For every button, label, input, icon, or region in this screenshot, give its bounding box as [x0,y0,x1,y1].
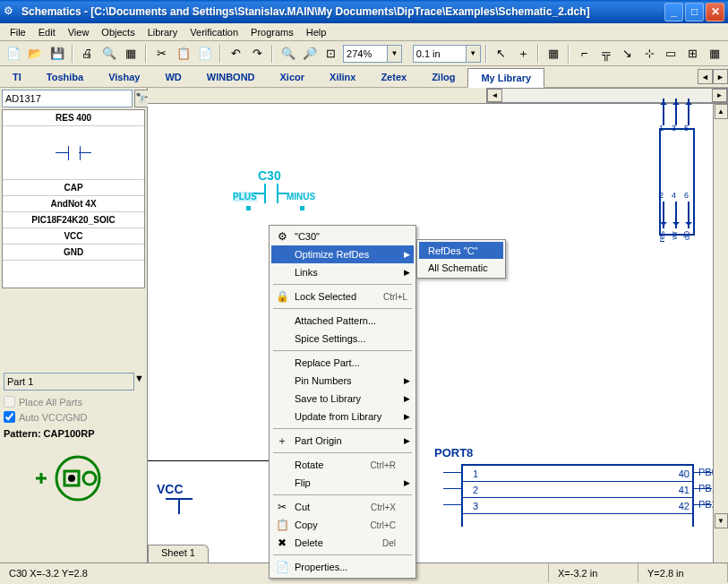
part-search-input[interactable] [2,90,133,107]
part-combo-input[interactable] [4,373,134,391]
part-combo-dropdown-icon[interactable]: ▼ [134,373,144,391]
menu-item-replace-part[interactable]: Replace Part... [271,354,414,372]
libtab-scroll-left-icon[interactable]: ◄ [698,69,713,84]
lib-tab-xilinx[interactable]: Xilinx [317,68,368,86]
zoom-combo[interactable]: ▼ [343,45,402,63]
wire-tool[interactable]: ⌐ [574,44,594,64]
port8-body[interactable]: 140 241 342 [461,464,694,527]
lib-tab-vishay[interactable]: Vishay [96,68,152,86]
part-row[interactable]: VCC [3,228,144,245]
menu-objects[interactable]: Objects [95,25,141,39]
zoom-dropdown-icon[interactable]: ▼ [388,45,402,63]
zoom-window-button[interactable]: ⊡ [321,44,341,64]
lib-tab-zilog[interactable]: Zilog [419,68,467,86]
print-button[interactable]: 🖨 [78,44,98,64]
title-bar: ⚙ Schematics - [C:\Documents and Setting… [0,0,728,23]
menu-item-flip[interactable]: Flip▶ [271,474,414,492]
menu-item-spice-settings[interactable]: Spice Settings... [271,330,414,348]
titleblock-button[interactable]: ▦ [121,44,141,64]
part-row[interactable]: CAP [3,180,144,196]
part-row[interactable]: PIC18F24K20_SOIC [3,212,144,228]
redo-button[interactable]: ↷ [247,44,267,64]
lib-tab-wd[interactable]: WD [152,68,193,86]
part-row[interactable] [3,126,144,180]
menu-item-part-origin[interactable]: ＋Part Origin▶ [271,432,414,450]
component-bot-arrows[interactable]: 2 4 6 res wr d0 [652,191,710,245]
lib-tab-my-library[interactable]: My Library [467,68,544,88]
menu-help[interactable]: Help [300,25,333,39]
junction-tool[interactable]: ⊹ [639,44,659,64]
grid-combo[interactable]: ▼ [413,45,481,63]
zoom-out-button[interactable]: 🔎 [300,44,320,64]
save-button[interactable]: 💾 [47,44,66,64]
lib-tab-winbond[interactable]: WINBOND [194,68,268,86]
menu-item-pin-numbers[interactable]: Pin Numbers▶ [271,372,414,390]
menu-item-rotate[interactable]: RotateCtrl+R [271,456,414,474]
origin-tool[interactable]: ＋ [513,44,533,64]
selection-handle[interactable] [246,206,251,210]
place-all-checkbox[interactable]: Place All Parts [4,394,143,409]
port-tool[interactable]: ▭ [661,44,681,64]
menu-item-attached-pattern[interactable]: Attached Pattern... [271,312,414,330]
menu-item-copy[interactable]: 📋CopyCtrl+C [271,516,414,534]
bus-tool[interactable]: ╦ [596,44,616,64]
open-button[interactable]: 📂 [25,44,45,64]
menu-library[interactable]: Library [141,25,184,39]
lib-tab-zetex[interactable]: Zetex [368,68,419,86]
menu-item-optimize-refdes[interactable]: Optimize RefDes▶ [271,245,414,263]
grid-input[interactable] [413,45,467,63]
hierarchy-tool[interactable]: ▦ [705,44,724,64]
scroll-down-icon[interactable]: ▼ [715,513,728,528]
lib-tab-ti[interactable]: TI [0,68,34,86]
part-row[interactable]: RES 400 [3,110,144,126]
sheet-tab[interactable]: Sheet 1 [148,545,209,563]
paste-button[interactable]: 📄 [195,44,215,64]
part-list[interactable]: RES 400CAPAndNot 4XPIC18F24K20_SOICVCCGN… [2,109,145,288]
scroll-right-icon[interactable]: ► [712,89,727,102]
preview-button[interactable]: 🔍 [99,44,119,64]
component-tool[interactable]: ⊞ [683,44,703,64]
selection-handle[interactable] [300,206,304,210]
vertical-scrollbar[interactable]: ▲ ▼ [713,104,728,563]
scroll-left-icon[interactable]: ◄ [487,89,502,102]
menu-view[interactable]: View [62,25,96,39]
refdes-port8[interactable]: PORT8 [434,446,473,459]
menu-item-cut[interactable]: ✂CutCtrl+X [271,498,414,516]
schematic-canvas[interactable]: ◄ ► C30 PLUS MINUS 1 3 5 2 4 6 [148,88,728,563]
zoom-in-button[interactable]: 🔍 [278,44,297,64]
cut-button[interactable]: ✂ [151,44,171,64]
lib-tab-toshiba[interactable]: Toshiba [34,68,96,86]
menu-programs[interactable]: Programs [244,25,300,39]
menu-item-links[interactable]: Links▶ [271,263,414,281]
undo-button[interactable]: ↶ [226,44,245,64]
close-button[interactable]: ✕ [706,3,724,21]
refdes-c30[interactable]: C30 [258,168,281,183]
refdes-vcc[interactable]: VCC [157,482,184,496]
menu-item-lock-selected[interactable]: 🔒Lock SelectedCtrl+L [271,288,414,305]
zoom-input[interactable] [343,45,388,63]
libtab-scroll-right-icon[interactable]: ► [713,69,728,84]
part-row[interactable]: GND [3,245,144,261]
menu-file[interactable]: File [4,25,32,39]
menu-separator [273,554,412,555]
new-button[interactable]: 📄 [4,44,23,64]
menu-verification[interactable]: Verification [184,25,244,39]
copy-button[interactable]: 📋 [174,44,193,64]
menu-item-save-to-library[interactable]: Save to Library▶ [271,390,414,408]
submenu-item-all-schematic[interactable]: All Schematic [419,259,503,276]
lib-tab-xicor[interactable]: Xicor [268,68,318,86]
menu-item-update-from-library[interactable]: Update from Library▶ [271,408,414,425]
minimize-button[interactable]: _ [664,3,683,21]
arrow-tool[interactable]: ↖ [492,44,511,64]
auto-vcc-checkbox[interactable]: Auto VCC/GND [4,409,143,425]
menu-item-properties[interactable]: 📄Properties... [271,558,414,576]
submenu-item-refdes-c[interactable]: RefDes "C" [419,242,503,259]
scroll-up-icon[interactable]: ▲ [715,104,728,119]
menu-edit[interactable]: Edit [32,25,62,39]
grid-icon[interactable]: ▦ [544,44,563,64]
menu-item-delete[interactable]: ✖DeleteDel [271,534,414,552]
part-row[interactable]: AndNot 4X [3,196,144,212]
grid-dropdown-icon[interactable]: ▼ [467,45,481,63]
net-tool[interactable]: ↘ [618,44,638,64]
maximize-button[interactable]: □ [685,3,704,21]
